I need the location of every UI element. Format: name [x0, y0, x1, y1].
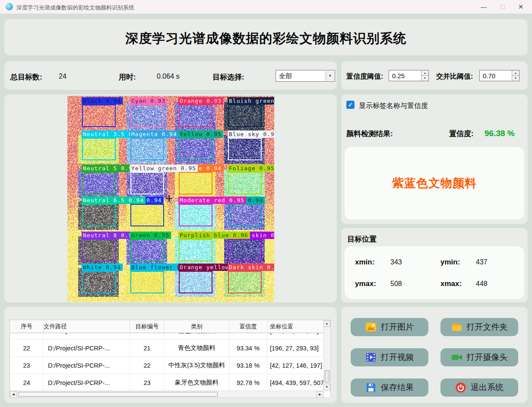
col-header-target-id[interactable]: 目标编号 [130, 320, 165, 333]
video-icon [365, 352, 377, 363]
chevron-down-icon[interactable]: ▼ [326, 71, 334, 81]
open-camera-button[interactable]: 打开摄像头 [440, 348, 518, 366]
vertical-scrollbar[interactable]: ▲ ▼ [323, 320, 330, 391]
button-label: 打开视频 [381, 352, 414, 363]
cell-filepath: D:/Project/SI-PCRP-... [44, 374, 130, 391]
xmax-label: xmax: [440, 280, 462, 288]
cell-coords: [42, 127, 146, 197] [267, 357, 330, 374]
spin-up-icon[interactable]: ▲ [421, 70, 428, 76]
cell-confidence: 92.78 % [229, 374, 267, 391]
ymax-value: 508 [390, 280, 402, 288]
elapsed-time-label: 用时: [119, 72, 136, 82]
cell-class: 中性灰(3.5)文物颜料 [165, 357, 229, 374]
cell-filepath: D:/Project/SI-PCRP-... [44, 333, 130, 339]
cell-index: 24 [10, 374, 44, 391]
button-label: 打开摄像头 [467, 352, 508, 363]
scroll-left-icon[interactable]: ◀ [10, 391, 17, 398]
open-image-button[interactable]: 打开图片 [351, 318, 428, 336]
ymin-value: 437 [476, 258, 488, 266]
scroll-down-icon[interactable]: ▼ [323, 384, 330, 391]
cell-filepath: D:/Project/SI-PCRP-... [44, 340, 130, 356]
detect-result-label: 颜料检测结果: [346, 129, 393, 139]
app-logo-icon [6, 3, 13, 10]
cell-filepath: D:/Project/SI-PCRP-... [44, 357, 130, 374]
table-row[interactable]: 22 D:/Project/SI-PCRP-... 21 青色文物颜料 93.3… [10, 340, 330, 357]
cell-index: 23 [10, 357, 44, 374]
stats-panel: 总目标数: 24 用时: 0.064 s 目标选择: 全部 ▼ [4, 61, 337, 90]
cell-confidence: 93.37 % [229, 333, 267, 339]
conf-threshold-spin-buttons[interactable]: ▲ ▼ [421, 70, 428, 81]
confidence-label: 置信度: [449, 129, 474, 139]
button-label: 保存结果 [381, 382, 414, 393]
minimize-button[interactable]: — [474, 0, 493, 14]
table-body: 21 D:/Project/SI-PCRP-... 20 橙色文物颜料 93.3… [10, 333, 330, 391]
target-select-value: 全部 [279, 72, 292, 80]
page-title: 深度学习光谱成像数据的彩绘文物颜料识别系统 [4, 19, 528, 48]
scroll-up-icon[interactable]: ▲ [323, 320, 330, 327]
scroll-right-icon[interactable]: ▶ [317, 391, 323, 398]
target-select-dropdown[interactable]: 全部 ▼ [276, 70, 335, 82]
maximize-button[interactable]: ☐ [493, 0, 512, 14]
camera-icon [451, 352, 462, 363]
image-icon [365, 321, 377, 333]
show-labels-checkbox[interactable]: ✓ [346, 101, 355, 109]
ymin-label: ymin: [440, 258, 460, 267]
power-icon [455, 382, 466, 393]
horizontal-scrollbar-thumb[interactable] [18, 392, 218, 397]
col-header-confidence[interactable]: 置信度 [229, 320, 267, 333]
vertical-scrollbar-thumb[interactable] [325, 370, 329, 382]
cell-target-id: 20 [130, 333, 165, 339]
button-label: 打开图片 [381, 321, 414, 333]
conf-threshold-value: 0.25 [392, 72, 405, 79]
horizontal-scrollbar[interactable]: ◀ ▶ [10, 391, 323, 397]
conf-threshold-label: 置信度阈值: [346, 72, 383, 81]
threshold-panel: 置信度阈值: 0.25 ▲ ▼ 交并比阈值: 0.70 ▲ ▼ [341, 61, 528, 90]
show-labels-checkbox-label[interactable]: 显示标签名称与置信度 [359, 102, 428, 111]
cell-confidence: 93.18 % [229, 357, 267, 374]
cell-coords: [349, 26, 445, 94] [267, 333, 330, 339]
detection-image [67, 96, 274, 302]
result-text: 紫蓝色文物颜料 [392, 175, 477, 191]
cell-class: 橙色文物颜料 [165, 333, 229, 339]
col-header-coords[interactable]: 坐标位置 [267, 320, 331, 333]
cell-target-id: 22 [130, 357, 165, 374]
folder-icon [451, 321, 462, 333]
iou-threshold-label: 交并比阈值: [436, 72, 473, 81]
button-label: 退出系统 [471, 382, 504, 393]
confidence-value: 96.38 % [484, 129, 515, 138]
spin-down-icon[interactable]: ▼ [421, 76, 428, 81]
spin-up-icon[interactable]: ▲ [512, 70, 519, 76]
cell-index: 22 [10, 340, 44, 356]
iou-threshold-spin-buttons[interactable]: ▲ ▼ [512, 70, 519, 81]
col-header-class[interactable]: 类别 [165, 320, 229, 333]
cell-coords: [494, 439, 597, 507] [267, 374, 330, 391]
open-folder-button[interactable]: 打开文件夹 [440, 318, 518, 336]
results-table: 序号 文件路径 目标编号 类别 置信度 坐标位置 21 D:/Project/S… [10, 320, 331, 398]
elapsed-time-value: 0.064 s [157, 73, 179, 80]
table-row[interactable]: 24 D:/Project/SI-PCRP-... 23 象牙色文物颜料 92.… [10, 374, 330, 391]
cell-target-id: 21 [130, 340, 165, 356]
save-results-button[interactable]: 保存结果 [351, 378, 428, 397]
image-panel [4, 94, 337, 302]
cell-index: 21 [10, 333, 44, 339]
target-select-label: 目标选择: [212, 72, 244, 82]
xmax-value: 448 [476, 280, 488, 288]
window-title: 深度学习光谱成像数据的彩绘文物颜料识别系统 [16, 4, 134, 12]
cell-target-id: 23 [130, 374, 165, 391]
app-window: 深度学习光谱成像数据的彩绘文物颜料识别系统 — ☐ ✕ 深度学习光谱成像数据的彩… [0, 0, 532, 407]
col-header-filepath[interactable]: 文件路径 [44, 320, 130, 333]
spin-down-icon[interactable]: ▼ [512, 76, 519, 81]
table-row[interactable]: 23 D:/Project/SI-PCRP-... 22 中性灰(3.5)文物颜… [10, 357, 330, 374]
col-header-index[interactable]: 序号 [10, 320, 44, 333]
result-box: 紫蓝色文物颜料 [345, 147, 524, 219]
position-box: xmin: 343 ymin: 437 ymax: 508 xmax: 448 [345, 246, 524, 299]
close-button[interactable]: ✕ [511, 0, 530, 14]
open-video-button[interactable]: 打开视频 [351, 348, 428, 366]
cell-class: 象牙色文物颜料 [165, 374, 229, 391]
iou-threshold-spinbox[interactable]: 0.70 ▲ ▼ [479, 70, 519, 81]
titlebar: 深度学习光谱成像数据的彩绘文物颜料识别系统 — ☐ ✕ [0, 0, 532, 14]
exit-system-button[interactable]: 退出系统 [440, 378, 518, 397]
result-panel: ✓ 显示标签名称与置信度 颜料检测结果: 置信度: 96.38 % 紫蓝色文物颜… [341, 94, 528, 224]
table-row[interactable]: 21 D:/Project/SI-PCRP-... 20 橙色文物颜料 93.3… [10, 333, 330, 340]
conf-threshold-spinbox[interactable]: 0.25 ▲ ▼ [389, 70, 429, 81]
